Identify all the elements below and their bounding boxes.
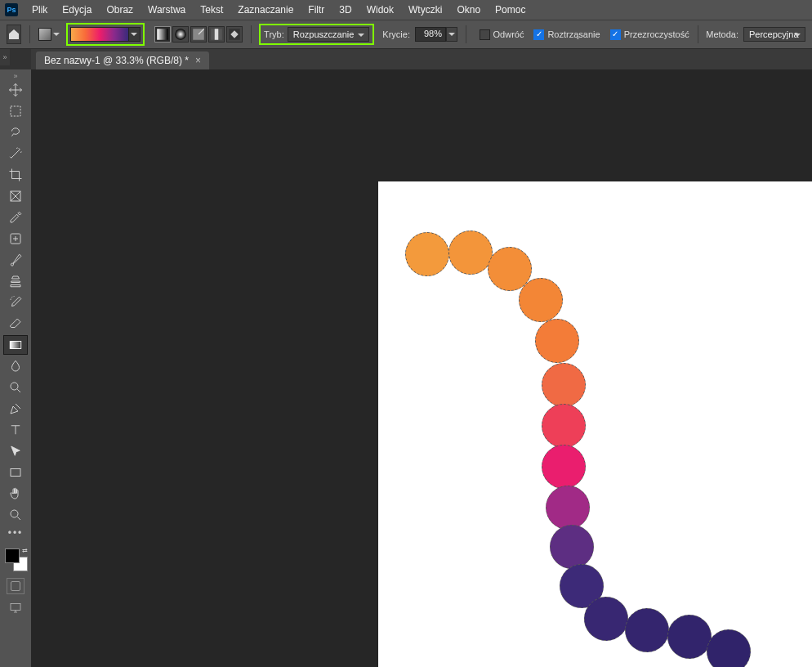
svg-point-11	[11, 383, 18, 390]
color-swatches[interactable]: ⇄	[3, 547, 28, 571]
app-logo: Ps	[5, 3, 18, 16]
painted-circle	[542, 404, 586, 448]
screen-mode-button[interactable]	[7, 599, 25, 616]
tool-preset-icon[interactable]	[38, 28, 51, 41]
menu-file[interactable]: Plik	[25, 2, 55, 18]
foreground-color-swatch[interactable]	[5, 548, 20, 563]
document-tabs: Bez nazwy-1 @ 33.3% (RGB/8) * ×	[31, 49, 812, 69]
blur-tool[interactable]	[3, 356, 28, 376]
canvas-area[interactable]	[31, 69, 812, 667]
brush-tool[interactable]	[3, 250, 28, 270]
options-bar: Tryb: Rozpuszczanie Krycie: 98% Odwróć R…	[0, 20, 812, 49]
painted-circle	[542, 363, 586, 407]
gradient-preview[interactable]	[70, 27, 129, 42]
tool-bar: » ••• ⇄	[0, 69, 31, 667]
gradient-tool[interactable]	[3, 335, 28, 355]
transparency-label: Przezroczystość	[624, 29, 689, 39]
pen-tool[interactable]	[3, 399, 28, 419]
menu-select[interactable]: Zaznaczanie	[230, 2, 301, 18]
edit-toolbar-icon[interactable]: •••	[3, 527, 28, 539]
separator	[251, 25, 252, 43]
reverse-label: Odwróć	[493, 29, 524, 39]
toolbar-expand-icon[interactable]: »	[0, 73, 31, 79]
opacity-label: Krycie:	[382, 29, 410, 39]
svg-rect-10	[10, 342, 21, 349]
dither-checkbox[interactable]: Roztrząsanie	[533, 29, 600, 40]
checkbox-icon	[610, 29, 621, 40]
hand-tool[interactable]	[3, 484, 28, 504]
document-tab[interactable]: Bez nazwy-1 @ 33.3% (RGB/8) * ×	[36, 51, 209, 69]
history-brush-tool[interactable]	[3, 293, 28, 312]
gradient-type-diamond[interactable]	[226, 26, 243, 43]
svg-rect-14	[11, 603, 20, 610]
clone-stamp-tool[interactable]	[3, 271, 28, 291]
tool-preset-dropdown[interactable]	[51, 29, 61, 39]
gradient-type-reflected[interactable]	[208, 26, 225, 43]
menu-edit[interactable]: Edycja	[55, 2, 99, 18]
menu-plugins[interactable]: Wtyczki	[401, 2, 449, 18]
eraser-tool[interactable]	[3, 314, 28, 334]
menu-3d[interactable]: 3D	[332, 2, 359, 18]
menu-view[interactable]: Widok	[359, 2, 401, 18]
crop-tool[interactable]	[3, 165, 28, 185]
painted-circle	[405, 232, 449, 276]
menu-filter[interactable]: Filtr	[301, 2, 332, 18]
svg-point-13	[11, 510, 18, 517]
painted-circle	[584, 597, 628, 641]
marquee-tool[interactable]	[3, 101, 28, 121]
transparency-checkbox[interactable]: Przezroczystość	[610, 29, 689, 40]
checkbox-icon	[480, 29, 490, 40]
painted-circle	[667, 615, 712, 659]
healing-brush-tool[interactable]	[3, 229, 28, 248]
svg-rect-12	[11, 469, 20, 477]
opacity-dropdown[interactable]	[446, 27, 457, 42]
painted-circle	[519, 278, 563, 322]
separator	[466, 25, 466, 43]
menu-bar: Ps Plik Edycja Obraz Warstwa Tekst Zazna…	[0, 0, 812, 20]
mode-label: Tryb:	[264, 29, 284, 39]
separator	[698, 25, 698, 43]
path-selection-tool[interactable]	[3, 441, 28, 461]
dodge-tool[interactable]	[3, 378, 28, 397]
menu-help[interactable]: Pomoc	[488, 2, 533, 18]
home-button[interactable]	[7, 25, 21, 44]
gradient-type-linear[interactable]	[154, 26, 171, 43]
type-tool[interactable]	[3, 420, 28, 440]
frame-tool[interactable]	[3, 186, 28, 206]
close-icon[interactable]: ×	[195, 55, 201, 66]
svg-rect-7	[11, 106, 20, 116]
eyedropper-tool[interactable]	[3, 208, 28, 227]
magic-wand-tool[interactable]	[3, 144, 28, 163]
separator	[29, 25, 30, 43]
quick-mask-button[interactable]	[7, 578, 25, 594]
opacity-input[interactable]: 98%	[415, 27, 446, 42]
gradient-dropdown[interactable]	[129, 27, 141, 42]
gradient-type-angle[interactable]	[190, 26, 207, 43]
svg-point-1	[175, 29, 186, 40]
painted-circle	[535, 319, 579, 363]
method-select[interactable]: Percepcyjna	[743, 27, 805, 42]
panel-expand-icon[interactable]: »	[0, 49, 10, 65]
painted-circle	[542, 445, 586, 489]
reverse-checkbox[interactable]: Odwróć	[480, 29, 524, 40]
dither-label: Roztrząsanie	[547, 29, 600, 39]
menu-window[interactable]: Okno	[449, 2, 488, 18]
menu-text[interactable]: Tekst	[193, 2, 230, 18]
document-tab-title: Bez nazwy-1 @ 33.3% (RGB/8) *	[44, 55, 189, 66]
rectangle-tool[interactable]	[3, 463, 28, 482]
blend-mode-select[interactable]: Rozpuszczanie	[288, 27, 370, 42]
gradient-type-radial[interactable]	[172, 26, 189, 43]
menu-image[interactable]: Obraz	[99, 2, 141, 18]
lasso-tool[interactable]	[3, 123, 28, 142]
blend-mode-highlight: Tryb: Rozpuszczanie	[259, 24, 374, 45]
swap-colors-icon[interactable]: ⇄	[22, 547, 28, 554]
painted-circle	[625, 608, 669, 652]
method-label: Metoda:	[706, 29, 738, 39]
zoom-tool[interactable]	[3, 505, 28, 525]
painted-circle	[448, 231, 493, 275]
move-tool[interactable]	[3, 80, 28, 100]
painted-circle	[550, 525, 594, 569]
svg-rect-0	[157, 29, 168, 40]
document-canvas[interactable]	[378, 181, 812, 667]
menu-layer[interactable]: Warstwa	[141, 2, 193, 18]
